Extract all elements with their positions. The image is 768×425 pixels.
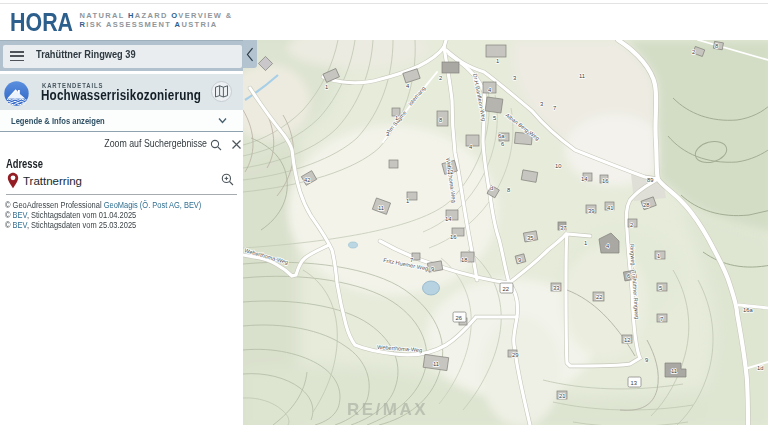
svg-text:37: 37 (560, 225, 566, 231)
svg-text:42: 42 (304, 177, 310, 183)
svg-text:16: 16 (450, 234, 456, 240)
svg-text:8: 8 (715, 43, 718, 49)
svg-text:1d: 1d (757, 365, 763, 371)
svg-text:22: 22 (596, 294, 602, 300)
svg-text:RE/MAX: RE/MAX (347, 400, 428, 419)
svg-text:1: 1 (395, 115, 398, 121)
svg-text:7: 7 (553, 105, 556, 111)
svg-text:22: 22 (503, 286, 509, 292)
svg-text:9: 9 (518, 257, 521, 263)
svg-text:26: 26 (456, 315, 462, 321)
svg-text:41: 41 (607, 205, 613, 211)
svg-text:3: 3 (540, 101, 543, 107)
svg-text:1: 1 (584, 240, 587, 246)
svg-text:11: 11 (579, 73, 585, 79)
svg-text:29: 29 (512, 352, 518, 358)
svg-text:12: 12 (624, 337, 630, 343)
svg-text:12: 12 (447, 169, 453, 175)
svg-text:89: 89 (647, 177, 653, 183)
svg-text:2: 2 (630, 222, 633, 228)
svg-text:10: 10 (555, 163, 561, 169)
svg-text:14: 14 (445, 216, 452, 222)
svg-text:11: 11 (671, 368, 677, 374)
svg-text:16a: 16a (743, 307, 753, 313)
svg-text:1: 1 (657, 253, 660, 259)
svg-text:3: 3 (513, 75, 516, 81)
svg-text:3: 3 (386, 131, 389, 137)
svg-text:2: 2 (439, 75, 442, 81)
svg-text:16: 16 (602, 178, 608, 184)
svg-text:21: 21 (559, 393, 565, 399)
svg-text:7: 7 (410, 257, 413, 263)
svg-text:11: 11 (433, 361, 439, 367)
svg-text:6: 6 (627, 273, 630, 279)
svg-text:8: 8 (439, 117, 442, 123)
svg-text:18: 18 (461, 257, 467, 263)
svg-text:1: 1 (325, 84, 328, 90)
svg-text:5: 5 (493, 115, 496, 121)
svg-text:39: 39 (588, 208, 594, 214)
svg-text:8: 8 (507, 187, 510, 193)
svg-text:9: 9 (645, 357, 648, 363)
svg-text:28: 28 (643, 202, 649, 208)
svg-text:6: 6 (501, 141, 504, 147)
svg-text:5: 5 (659, 285, 662, 291)
svg-text:13: 13 (631, 380, 637, 386)
svg-text:6a: 6a (498, 133, 505, 139)
svg-text:11: 11 (378, 205, 384, 211)
svg-text:33: 33 (553, 285, 559, 291)
svg-text:9: 9 (431, 266, 434, 272)
svg-text:2: 2 (692, 49, 695, 55)
svg-text:14: 14 (581, 176, 588, 182)
svg-text:1: 1 (406, 198, 409, 204)
svg-text:7: 7 (660, 316, 663, 322)
svg-text:1: 1 (496, 58, 499, 64)
svg-text:d: d (490, 185, 493, 191)
svg-text:35: 35 (527, 235, 533, 241)
